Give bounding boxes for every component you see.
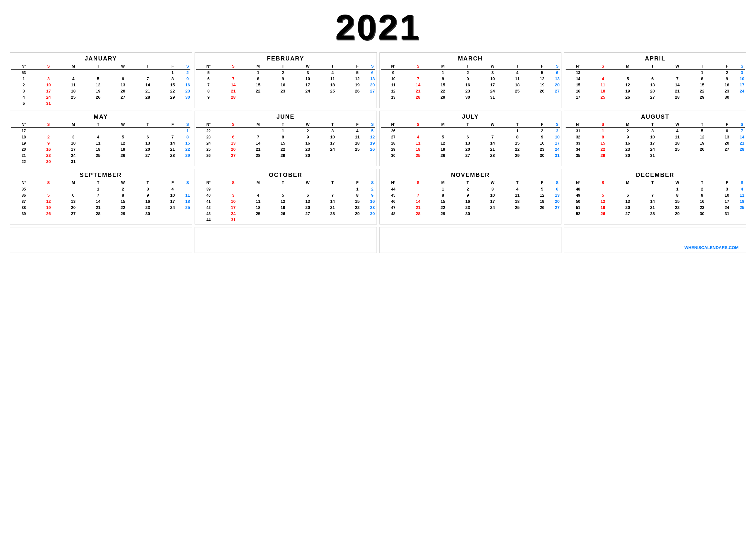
day-cell-fri: 16 <box>715 82 740 88</box>
month-block-august: AUGUSTN°SMTWTFS3112345673289101112131433… <box>564 111 746 166</box>
header-wed: W <box>480 63 505 70</box>
week-row: 26123 <box>381 128 560 134</box>
day-cell-sun: 29 <box>590 152 615 158</box>
day-cell-thu: 13 <box>135 140 160 146</box>
header-fri: F <box>345 122 370 128</box>
day-cell <box>381 100 406 106</box>
day-cell-mon: 18 <box>246 205 271 211</box>
week-row: 4431 <box>196 217 375 223</box>
header-wk: N° <box>381 180 406 186</box>
day-cell-wed <box>480 128 505 134</box>
day-cell-thu: 7 <box>320 192 345 198</box>
day-cell-tue: 17 <box>640 140 665 146</box>
day-cell-thu: 20 <box>135 146 160 152</box>
header-mon: M <box>246 122 271 128</box>
day-cell-tue: 8 <box>271 134 295 140</box>
day-cell-sun: 5 <box>36 192 61 198</box>
week-row: 3315161718192021 <box>566 140 745 146</box>
day-cell <box>370 100 375 106</box>
header-sun: S <box>406 63 431 70</box>
day-cell-sun: 5 <box>590 192 615 198</box>
day-cell-sat: 27 <box>554 88 560 94</box>
header-wk: N° <box>566 122 590 128</box>
day-cell-wk: 48 <box>566 186 590 192</box>
week-row: 3819202122232425 <box>11 205 190 211</box>
day-cell-thu: 4 <box>505 186 530 192</box>
week-row: 236789101112 <box>196 134 375 140</box>
day-cell-wk: 22 <box>11 158 36 165</box>
day-cell <box>615 100 640 106</box>
day-cell-mon: 26 <box>431 152 455 158</box>
day-cell-mon: 23 <box>615 146 640 152</box>
day-cell-sun <box>590 186 615 192</box>
day-cell <box>480 217 505 223</box>
day-cell-wk: 51 <box>566 205 590 211</box>
day-cell-fri: 24 <box>160 205 185 211</box>
day-cell-tue <box>86 70 111 76</box>
day-cell-tue: 21 <box>86 205 111 211</box>
day-cell <box>640 158 665 165</box>
day-cell-wed: 20 <box>111 88 135 94</box>
day-cell-fri: 1 <box>345 186 370 192</box>
day-cell-mon: 6 <box>61 192 86 198</box>
header-tue: T <box>86 122 111 128</box>
day-cell-thu <box>135 158 160 165</box>
header-wk: N° <box>566 180 590 186</box>
day-cell <box>345 100 370 106</box>
day-cell <box>86 217 111 223</box>
day-cell-sat: 27 <box>554 205 560 211</box>
day-cell-wed: 9 <box>295 134 320 140</box>
day-cell-tue: 19 <box>271 205 295 211</box>
day-cell-sun <box>221 128 246 134</box>
day-cell-mon <box>61 128 86 134</box>
day-cell-tue: 30 <box>455 211 480 217</box>
day-cell-wed: 18 <box>665 140 690 146</box>
day-cell <box>160 217 185 223</box>
header-tue: T <box>455 122 480 128</box>
header-tue: T <box>271 63 295 70</box>
week-row: 1618192021222324 <box>566 88 745 94</box>
header-sun: S <box>590 122 615 128</box>
day-cell-thu: 27 <box>135 152 160 158</box>
day-cell-wk: 14 <box>566 76 590 82</box>
cal-table-october: N°SMTWTFS3912403456789411011121314151642… <box>196 180 375 223</box>
header-thu: T <box>505 180 530 186</box>
week-row: 199101112131415 <box>11 140 190 146</box>
day-cell-thu <box>505 211 530 217</box>
day-cell <box>640 217 665 223</box>
week-row: 13456789 <box>11 76 190 82</box>
day-cell-mon: 8 <box>246 76 271 82</box>
day-cell-thu: 12 <box>690 134 715 140</box>
day-cell-wed: 31 <box>480 94 505 100</box>
header-wed: W <box>480 180 505 186</box>
day-cell-mon: 13 <box>61 198 86 205</box>
day-cell-thu <box>320 217 345 223</box>
week-row: 351234 <box>11 186 190 192</box>
week-row: 2123242526272829 <box>11 152 190 158</box>
header-wk: N° <box>381 122 406 128</box>
day-cell-tue: 18 <box>86 146 111 152</box>
day-cell-wk: 4 <box>11 94 36 100</box>
day-cell-thu: 4 <box>320 70 345 76</box>
day-cell-wed: 2 <box>295 128 320 134</box>
month-title-march: MARCH <box>381 54 560 63</box>
day-cell-tue: 20 <box>455 146 480 152</box>
day-cell-wk: 13 <box>566 70 590 76</box>
day-cell-tue: 14 <box>640 198 665 205</box>
day-cell-wk: 2 <box>11 82 36 88</box>
day-cell-wk: 42 <box>196 205 221 211</box>
day-cell-sun: 16 <box>36 146 61 152</box>
header-fri: F <box>715 180 740 186</box>
week-row: 2745678910 <box>381 134 560 140</box>
day-cell-sat: 18 <box>185 198 190 205</box>
week-row: 48282930 <box>381 211 560 217</box>
day-cell-wed: 14 <box>665 82 690 88</box>
day-cell-sun: 9 <box>36 140 61 146</box>
day-cell-thu: 29 <box>690 94 715 100</box>
month-title-april: APRIL <box>566 54 745 63</box>
day-cell <box>739 100 745 106</box>
header-sun: S <box>221 63 246 70</box>
day-cell-fri <box>160 158 185 165</box>
day-cell-wk: 47 <box>381 205 406 211</box>
header-wed: W <box>111 122 135 128</box>
